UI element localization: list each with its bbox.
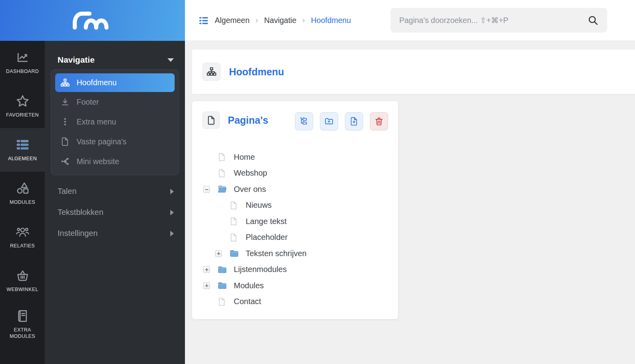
basket-icon xyxy=(16,269,29,282)
breadcrumb-item-navigatie[interactable]: Navigatie xyxy=(264,16,296,25)
sidebar-item-label: WEBWINKEL xyxy=(7,287,38,293)
secondary-nav: Navigatie Hoofdmenu Footer xyxy=(45,41,185,364)
folder-tree-button[interactable] xyxy=(295,112,313,130)
tree-node-nieuws[interactable]: Nieuws xyxy=(192,197,398,214)
folder-plus-icon xyxy=(324,117,334,126)
dots-vertical-icon xyxy=(60,117,70,126)
search-icon[interactable] xyxy=(587,15,598,26)
sidebar-item-webwinkel[interactable]: WEBWINKEL xyxy=(0,259,45,303)
star-icon xyxy=(16,94,29,108)
folder-open-icon xyxy=(217,185,227,193)
tree-node-label: Nieuws xyxy=(246,201,272,210)
sidebar-item-label: RELATIES xyxy=(10,243,35,249)
sidebar-item-label: FAVORIETEN xyxy=(6,112,38,119)
file-icon xyxy=(206,115,216,125)
add-page-button[interactable] xyxy=(345,112,363,130)
sidebar-item-algemeen[interactable]: ALGEMEEN xyxy=(0,128,45,172)
expand-toggle[interactable] xyxy=(203,266,210,273)
trash-icon xyxy=(374,117,384,126)
menu-item-hoofdmenu[interactable]: Hoofdmenu xyxy=(55,73,175,92)
page-icon xyxy=(217,297,226,306)
app-window: DASHBOARD FAVORIETEN ALGEMEEN MODULES xyxy=(0,0,635,364)
tree-node-lange-tekst[interactable]: Lange tekst xyxy=(192,213,398,230)
pages-tree: Home Webshop xyxy=(192,139,398,310)
tree-node-label: Over ons xyxy=(234,185,266,194)
breadcrumb-separator: › xyxy=(256,15,258,25)
folder-icon xyxy=(229,249,239,258)
tree-node-placeholder[interactable]: Placeholder xyxy=(192,230,398,246)
tree-node-home[interactable]: Home xyxy=(192,149,398,165)
tree-node-lijstenmodules[interactable]: Lijstenmodules xyxy=(192,262,398,278)
sitemap-icon xyxy=(206,67,217,77)
tree-node-label: Webshop xyxy=(234,169,267,178)
chevron-right-icon xyxy=(170,210,174,215)
page-icon xyxy=(229,201,238,210)
tree-node-label: Contact xyxy=(234,297,261,306)
menu-item-vaste-paginas[interactable]: Vaste pagina's xyxy=(55,132,175,151)
add-folder-button[interactable] xyxy=(320,112,338,130)
panel-title-icon-tile xyxy=(202,111,220,129)
primary-nav: DASHBOARD FAVORIETEN ALGEMEEN MODULES xyxy=(0,41,45,364)
list-icon xyxy=(198,15,209,26)
sidebar-item-modules[interactable]: MODULES xyxy=(0,172,45,215)
nav-group-talen[interactable]: Talen xyxy=(45,181,185,202)
file-icon xyxy=(60,137,70,146)
nav-group-tekstblokken[interactable]: Tekstblokken xyxy=(45,202,185,223)
nav-group-label: Talen xyxy=(58,187,77,196)
tree-node-label: Modules xyxy=(234,281,264,290)
tree-node-teksten-schrijven[interactable]: Teksten schrijven xyxy=(192,245,398,262)
sidebar-item-extra-modules[interactable]: EXTRA MODULES xyxy=(0,303,45,346)
delete-button[interactable] xyxy=(370,112,388,130)
nav-group-label: Tekstblokken xyxy=(58,208,104,217)
menu-item-label: Vaste pagina's xyxy=(77,137,127,146)
menu-item-mini-website[interactable]: Mini website xyxy=(55,151,175,171)
menu-item-footer[interactable]: Footer xyxy=(55,92,175,112)
page-title[interactable]: Hoofdmenu xyxy=(229,66,284,78)
top-header: Algemeen › Navigatie › Hoofdmenu xyxy=(185,0,635,41)
brand-logo[interactable] xyxy=(0,0,185,41)
tree-node-contact[interactable]: Contact xyxy=(192,294,398,310)
breadcrumb-separator: › xyxy=(302,15,305,25)
sidebar-item-dashboard[interactable]: DASHBOARD xyxy=(0,41,45,84)
sidebar-item-label: EXTRA MODULES xyxy=(4,327,42,339)
tree-node-webshop[interactable]: Webshop xyxy=(192,165,398,182)
chevron-down-icon xyxy=(167,58,174,62)
breadcrumb: Algemeen › Navigatie › Hoofdmenu xyxy=(198,0,351,41)
sidebar-item-label: DASHBOARD xyxy=(6,69,39,75)
sidebar-item-label: ALGEMEEN xyxy=(8,156,37,162)
tree-node-over-ons[interactable]: Over ons xyxy=(192,181,398,197)
page-icon xyxy=(229,233,238,242)
tree-node-label: Teksten schrijven xyxy=(246,249,306,258)
download-icon xyxy=(60,97,70,107)
expand-toggle[interactable] xyxy=(203,282,210,289)
list-icon xyxy=(16,138,29,151)
panel-title[interactable]: Pagina's xyxy=(228,115,268,126)
sidebar-item-label: MODULES xyxy=(10,199,35,206)
collapse-toggle[interactable] xyxy=(203,186,210,193)
nav-group-navigatie[interactable]: Navigatie xyxy=(45,51,185,69)
sitemap-icon xyxy=(60,78,70,88)
folder-icon xyxy=(217,281,227,290)
tree-node-modules[interactable]: Modules xyxy=(192,278,398,294)
breadcrumb-item-algemeen[interactable]: Algemeen xyxy=(215,16,250,25)
search-input[interactable] xyxy=(391,8,607,33)
breadcrumb-item-hoofdmenu[interactable]: Hoofdmenu xyxy=(311,16,351,25)
nav-group-instellingen[interactable]: Instellingen xyxy=(45,223,185,244)
sidebar-item-favorieten[interactable]: FAVORIETEN xyxy=(0,84,45,128)
page-search xyxy=(391,8,607,33)
pages-panel: Pagina's xyxy=(192,101,398,319)
nav-group-label: Instellingen xyxy=(58,229,98,238)
expand-toggle[interactable] xyxy=(215,250,222,257)
sidebar-item-relaties[interactable]: RELATIES xyxy=(0,215,45,259)
tree-node-label: Home xyxy=(234,153,255,162)
shapes-icon xyxy=(16,182,29,195)
share-network-icon xyxy=(60,157,70,166)
pages-toolbar xyxy=(295,112,388,130)
chevron-right-icon xyxy=(170,231,174,236)
menu-item-extra-menu[interactable]: Extra menu xyxy=(55,112,175,132)
file-plus-icon xyxy=(349,117,359,126)
page-title-card: Hoofdmenu xyxy=(192,50,635,94)
page-title-icon-tile xyxy=(202,63,221,81)
menu-item-label: Footer xyxy=(77,98,99,107)
book-icon xyxy=(16,309,29,323)
